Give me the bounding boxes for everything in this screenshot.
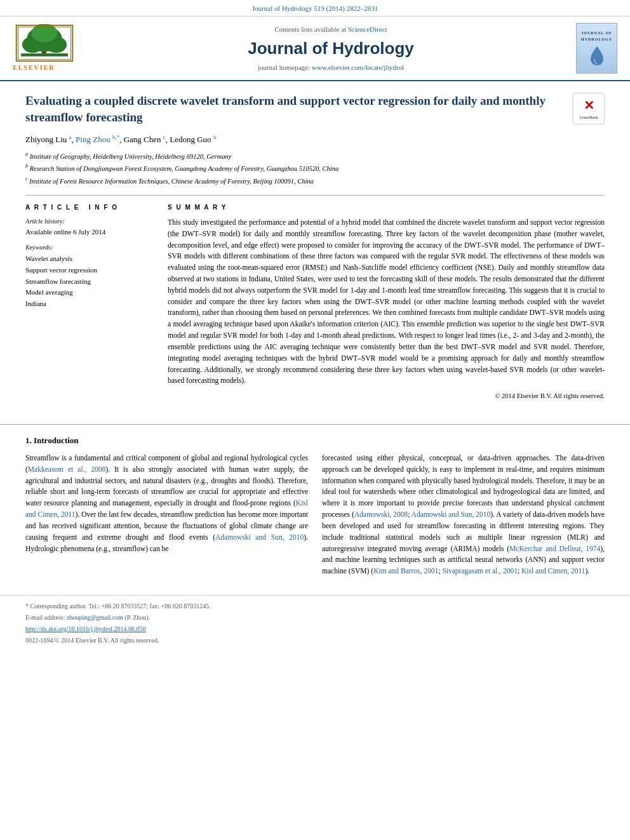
journal-logo-right: JOURNAL OF HYDROLOGY bbox=[566, 23, 617, 74]
summary-text: This study investigated the performance … bbox=[168, 217, 605, 387]
keyword-5: Indiana bbox=[25, 298, 152, 310]
email-note: E-mail address: zhouping@gmail.com (P. Z… bbox=[25, 613, 605, 622]
history-label: Article history: bbox=[25, 217, 152, 226]
article-title-block: Evaluating a coupled discrete wavelet tr… bbox=[25, 93, 605, 125]
ref-makkeasom[interactable]: Makkeasom et al., 2008 bbox=[28, 465, 105, 473]
ref-kisl-cimen-2011[interactable]: Kisl and Cimen, 2011 bbox=[25, 499, 308, 518]
keyword-3: Streamflow forecasting bbox=[25, 276, 152, 288]
logo-line1: JOURNAL OF bbox=[581, 30, 612, 36]
article-history: Article history: Available online 6 July… bbox=[25, 217, 152, 237]
affil-3: c Institute of Forest Resource Informati… bbox=[25, 175, 605, 186]
crossmark-badge[interactable]: ✕ CrossMark bbox=[573, 93, 605, 124]
journal-bar: Journal of Hydrology 519 (2014) 2822–283… bbox=[0, 0, 630, 17]
sciencedirect-line: Contents lists available at ScienceDirec… bbox=[95, 25, 566, 34]
article-info-col: A R T I C L E I N F O Article history: A… bbox=[25, 203, 152, 401]
elsevier-tree-icon bbox=[13, 24, 76, 62]
summary-col: S U M M A R Y This study investigated th… bbox=[168, 203, 605, 401]
affiliations: a Institute of Geography, Heidelberg Uni… bbox=[25, 150, 605, 186]
ref-adamowski-sun-2010a[interactable]: Adamowski and Sun, 2010 bbox=[215, 533, 304, 541]
journal-header: ELSEVIER Contents lists available at Sci… bbox=[0, 17, 630, 81]
page-wrapper: Journal of Hydrology 519 (2014) 2822–283… bbox=[0, 0, 630, 651]
authors-line: Zhiyong Liu a, Ping Zhou b,*, Gang Chen … bbox=[25, 133, 605, 146]
article-info-summary: A R T I C L E I N F O Article history: A… bbox=[25, 195, 605, 401]
author-2[interactable]: Ping Zhou b,* bbox=[76, 135, 119, 144]
summary-paragraph: This study investigated the performance … bbox=[168, 217, 605, 387]
crossmark-label: CrossMark bbox=[579, 115, 598, 120]
available-online: Available online 6 July 2014 bbox=[25, 227, 152, 237]
intro-col1-p1: Streamflow is a fundamental and critical… bbox=[25, 453, 308, 554]
keywords-label: Keywords: bbox=[25, 243, 152, 252]
keyword-4: Model averaging bbox=[25, 287, 152, 298]
intro-col2-p1: forecasted using either physical, concep… bbox=[322, 453, 605, 577]
copyright-line: © 2014 Elsevier B.V. All rights reserved… bbox=[168, 392, 605, 401]
intro-heading-text: 1. Introduction bbox=[25, 436, 79, 445]
journal-center: Contents lists available at ScienceDirec… bbox=[95, 25, 566, 72]
logo-line2: HYDROLOGY bbox=[581, 37, 612, 42]
summary-label: S U M M A R Y bbox=[168, 203, 605, 212]
doi-link[interactable]: http://dx.doi.org/10.1016/j.jhydrol.2014… bbox=[25, 625, 146, 632]
intro-col2: forecasted using either physical, concep… bbox=[322, 453, 605, 582]
article-title-text: Evaluating a coupled discrete wavelet tr… bbox=[25, 94, 546, 124]
author-1: Zhiyong Liu a bbox=[25, 135, 72, 144]
journal-homepage: journal homepage: www.elsevier.com/locat… bbox=[95, 63, 566, 72]
keyword-1: Wavelet analysis bbox=[25, 253, 152, 265]
intro-section: 1. Introduction Streamflow is a fundamen… bbox=[0, 435, 630, 595]
ref-kim-barros[interactable]: Kim and Barros, 2001 bbox=[373, 567, 438, 575]
ref-mckerchar[interactable]: McKerchar and Delleur, 1974 bbox=[509, 545, 600, 552]
keywords-list: Wavelet analysis Support vector regressi… bbox=[25, 253, 152, 309]
water-drop-icon bbox=[588, 45, 606, 67]
author-4: Ledong Guo b bbox=[170, 135, 216, 144]
homepage-link[interactable]: www.elsevier.com/locate/jhydrol bbox=[312, 63, 404, 71]
affil-1: a Institute of Geography, Heidelberg Uni… bbox=[25, 150, 605, 161]
keyword-2: Support vector regression bbox=[25, 265, 152, 276]
elsevier-logo: ELSEVIER bbox=[13, 24, 95, 72]
author-3: Gang Chen c bbox=[124, 135, 166, 144]
elsevier-logo-area: ELSEVIER bbox=[13, 24, 95, 72]
article-footer: * Corresponding author. Tel.: +86 20 870… bbox=[0, 595, 630, 651]
article-info-label: A R T I C L E I N F O bbox=[25, 203, 152, 212]
affil-2: b Research Station of Dongjiangwan Fores… bbox=[25, 163, 605, 173]
ref-sivapragasam[interactable]: Sivapragasam et al., 2001 bbox=[442, 567, 517, 575]
author-email[interactable]: zhouping@gmail.com bbox=[67, 614, 123, 621]
journal-logo-box: JOURNAL OF HYDROLOGY bbox=[576, 23, 617, 74]
doi-line: http://dx.doi.org/10.1016/j.jhydrol.2014… bbox=[25, 625, 605, 634]
ref-adamowski-sun-2010b[interactable]: Adamowski and Sun, 2010 bbox=[412, 510, 491, 518]
svg-rect-0 bbox=[21, 54, 68, 57]
corresponding-note: * Corresponding author. Tel.: +86 20 870… bbox=[25, 602, 605, 611]
journal-title: Journal of Hydrology bbox=[95, 37, 566, 60]
section-divider bbox=[0, 424, 630, 425]
crossmark-icon: ✕ bbox=[584, 97, 594, 114]
journal-citation: Journal of Hydrology 519 (2014) 2822–283… bbox=[252, 4, 378, 12]
sciencedirect-link[interactable]: ScienceDirect bbox=[348, 25, 387, 33]
keywords-section: Keywords: Wavelet analysis Support vecto… bbox=[25, 243, 152, 309]
elsevier-label: ELSEVIER bbox=[13, 63, 55, 72]
ref-kisl-cimen[interactable]: Kisl and Cimen, 2011 bbox=[521, 567, 586, 575]
intro-body: Streamflow is a fundamental and critical… bbox=[25, 453, 605, 582]
intro-heading: 1. Introduction bbox=[25, 435, 605, 446]
ref-adamowski-2008[interactable]: Adamowski, 2008 bbox=[354, 510, 408, 518]
issn-line: 0022-1694/© 2014 Elsevier B.V. All right… bbox=[25, 636, 605, 645]
article-content: Evaluating a coupled discrete wavelet tr… bbox=[0, 81, 630, 413]
intro-col1: Streamflow is a fundamental and critical… bbox=[25, 453, 308, 582]
